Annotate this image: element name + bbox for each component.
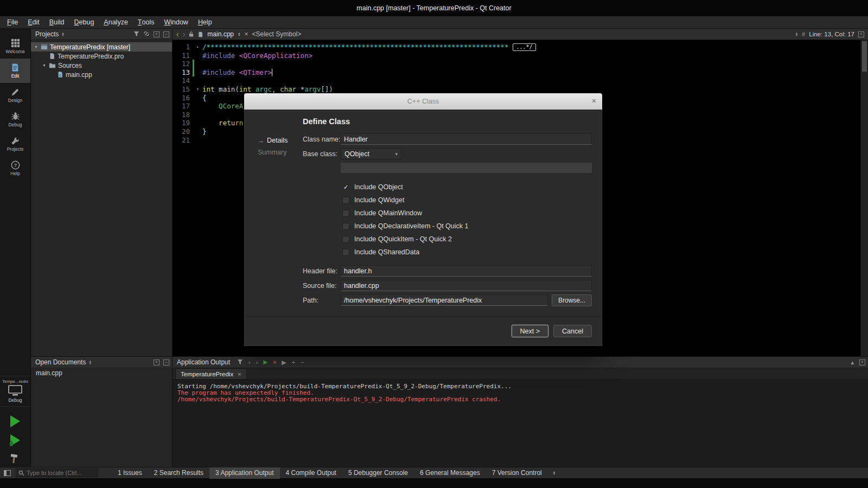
split-editor-icon[interactable]: + — [858, 31, 864, 37]
tree-item[interactable]: ▾Sources — [31, 61, 172, 70]
close-tab-icon[interactable]: − — [301, 359, 304, 365]
open-document-item[interactable]: main.cpp — [31, 368, 172, 378]
attach-run-icon[interactable]: ▶ — [282, 359, 286, 365]
tab-close-icon[interactable]: × — [238, 371, 241, 377]
close-document-icon[interactable]: × — [245, 30, 248, 38]
split-output-icon[interactable]: + — [859, 359, 865, 365]
fold-marker-icon[interactable]: ▸ — [194, 43, 201, 52]
menu-tools[interactable]: Tools — [133, 16, 159, 28]
checkbox[interactable] — [342, 197, 349, 204]
output-tab[interactable]: TemperaturePredix × — [175, 368, 247, 379]
pane-button-2[interactable]: 2 Search Results — [148, 467, 209, 479]
stop-icon[interactable]: ■ — [273, 359, 276, 365]
base-class-combobox[interactable]: QObject ▾ — [341, 148, 401, 159]
sync-with-editor-icon[interactable] — [143, 30, 150, 38]
prev-item-icon[interactable]: ‹ — [248, 359, 251, 365]
menu-debug[interactable]: Debug — [69, 16, 99, 28]
dialog-close-icon[interactable]: × — [592, 97, 596, 105]
mode-help[interactable]: ?Help — [0, 156, 30, 181]
new-tab-icon[interactable]: + — [292, 359, 295, 365]
file-dropdown-arrows-icon[interactable]: ▲▼ — [238, 32, 240, 37]
code-line[interactable]: 1▸/*************************************… — [173, 43, 860, 52]
pane-button-7[interactable]: 7 Version Control — [486, 467, 548, 479]
run-button[interactable] — [10, 415, 20, 427]
editor-scrollbar[interactable] — [860, 40, 868, 356]
build-hammer-icon[interactable] — [10, 453, 21, 464]
next-button[interactable]: Next > — [512, 325, 548, 337]
menu-analyze[interactable]: Analyze — [99, 16, 132, 28]
mode-welcome[interactable]: Welcome — [0, 34, 30, 59]
checkbox-row[interactable]: Include QMainWindow — [342, 207, 592, 220]
tree-item[interactable]: Cmain.cpp — [31, 70, 172, 79]
pane-button-1[interactable]: 1 Issues — [112, 467, 148, 479]
pane-selector-arrows-icon[interactable]: ▲▼ — [88, 360, 91, 365]
go-forward-icon[interactable]: › — [183, 30, 186, 38]
checkbox-row[interactable]: Include QDeclarativeItem - Qt Quick 1 — [342, 220, 592, 233]
symbol-selector-dropdown[interactable]: <Select Symbol> — [252, 30, 792, 38]
checkbox[interactable] — [342, 236, 349, 243]
code-line[interactable]: 11#include <QCoreApplication> — [173, 52, 860, 60]
header-file-input[interactable] — [341, 265, 592, 277]
fold-box[interactable]: ...*/ — [513, 43, 535, 51]
path-input[interactable] — [341, 294, 548, 306]
checkbox-row[interactable]: Include QWidget — [342, 194, 592, 207]
pane-button-5[interactable]: 5 Debugger Console — [342, 467, 414, 479]
output-filter-icon[interactable] — [237, 359, 243, 366]
locator[interactable] — [16, 468, 98, 477]
browse-button[interactable]: Browse... — [552, 294, 592, 306]
expand-all-icon[interactable]: + — [154, 31, 159, 37]
mode-edit[interactable]: Edit — [0, 59, 30, 83]
run-debug-button[interactable] — [10, 434, 20, 446]
menu-edit[interactable]: Edit — [23, 16, 44, 28]
menu-help[interactable]: Help — [193, 16, 217, 28]
split-pane-icon[interactable]: + — [154, 359, 159, 365]
tree-item[interactable]: ▾TemperaturePredix [master] — [31, 42, 172, 52]
checkbox-row[interactable]: Include QSharedData — [342, 246, 592, 259]
pane-select-arrows-icon[interactable]: ▲▼ — [553, 471, 556, 476]
cancel-button[interactable]: Cancel — [553, 325, 592, 337]
fold-marker-icon[interactable]: ▾ — [194, 85, 201, 94]
mode-projects[interactable]: Projects — [0, 132, 30, 156]
checkbox-row[interactable]: Include QQuickItem - Qt Quick 2 — [342, 233, 592, 246]
next-item-icon[interactable]: › — [256, 359, 258, 365]
code-line[interactable]: 14 — [173, 76, 860, 85]
locator-input[interactable] — [27, 470, 95, 476]
mode-design[interactable]: Design — [0, 83, 30, 107]
checkbox[interactable] — [342, 210, 349, 217]
menu-build[interactable]: Build — [44, 16, 69, 28]
maximize-pane-icon[interactable]: ▴ — [851, 359, 854, 365]
go-back-icon[interactable]: ‹ — [176, 30, 179, 38]
filter-icon[interactable] — [133, 31, 139, 38]
line-number-toggle-icon[interactable]: # — [802, 31, 805, 37]
class-name-input[interactable] — [341, 133, 592, 145]
pane-button-4[interactable]: 4 Compile Output — [280, 467, 342, 479]
checkbox[interactable] — [342, 223, 349, 230]
wizard-step-summary[interactable]: Summary — [258, 146, 288, 158]
rerun-icon[interactable]: ▶ — [263, 359, 267, 365]
output-console[interactable]: Starting /home/vshevchyk/Projects/build-… — [173, 380, 868, 467]
symbol-dropdown-arrows-icon[interactable]: ▲▼ — [795, 32, 798, 37]
dialog-titlebar[interactable]: C++ Class × — [244, 93, 602, 110]
scrollbar-thumb[interactable] — [862, 41, 867, 72]
tree-item[interactable]: TemperaturePredix.pro — [31, 52, 172, 61]
pane-button-3[interactable]: 3 Application Output — [209, 467, 279, 479]
expander-icon[interactable]: ▾ — [42, 63, 47, 68]
toggle-sidebar-icon[interactable] — [4, 470, 11, 476]
checkbox-row[interactable]: Include QObject — [342, 181, 592, 194]
custom-base-class-field[interactable] — [341, 163, 592, 173]
mode-debug[interactable]: Debug — [0, 107, 30, 132]
wizard-step-details[interactable]: →Details — [258, 134, 288, 146]
code-line[interactable]: 15▾int main(int argc, char *argv[]) — [173, 85, 860, 94]
pane-button-6[interactable]: 6 General Messages — [414, 467, 486, 479]
code-line[interactable]: 13#include <QTimer> — [173, 68, 860, 77]
open-file-dropdown[interactable]: main.cpp — [207, 30, 234, 38]
expander-icon[interactable]: ▾ — [34, 44, 39, 49]
code-line[interactable]: 12 — [173, 60, 860, 68]
close-pane-icon[interactable]: − — [163, 359, 169, 365]
checkbox[interactable] — [342, 184, 349, 191]
source-file-input[interactable] — [341, 280, 592, 291]
menu-file[interactable]: File — [2, 16, 23, 28]
collapse-all-icon[interactable]: − — [163, 31, 169, 37]
menu-window[interactable]: Window — [159, 16, 193, 28]
pane-selector-arrows-icon[interactable]: ▲▼ — [61, 32, 64, 37]
